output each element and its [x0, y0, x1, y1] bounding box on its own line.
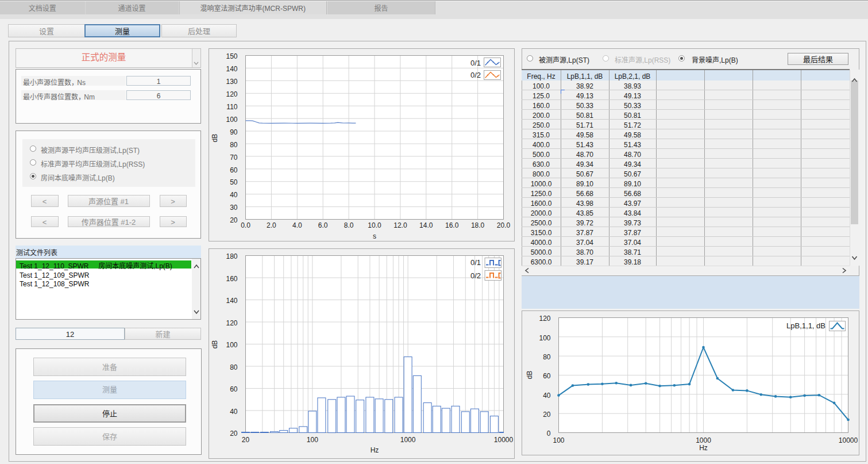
svg-text:dB: dB	[524, 371, 534, 379]
svg-text:70: 70	[230, 152, 238, 162]
svg-text:dB: dB	[209, 134, 219, 143]
svg-text:110: 110	[226, 101, 237, 111]
svg-text:14.0: 14.0	[419, 220, 433, 229]
svg-text:40: 40	[543, 390, 551, 400]
svg-text:0/1: 0/1	[470, 57, 481, 68]
svg-text:140: 140	[226, 63, 237, 73]
svg-text:LpB,1,1, dB: LpB,1,1, dB	[786, 320, 825, 331]
svg-text:0/1: 0/1	[470, 256, 481, 267]
svg-text:120: 120	[539, 313, 550, 323]
svg-text:4.0: 4.0	[292, 220, 302, 229]
svg-text:20: 20	[230, 214, 238, 224]
svg-text:80: 80	[230, 362, 238, 371]
svg-text:6.0: 6.0	[318, 220, 328, 229]
svg-text:8.0: 8.0	[344, 220, 354, 229]
svg-text:2.0: 2.0	[267, 220, 276, 229]
svg-text:40: 40	[230, 406, 238, 416]
svg-text:dB: dB	[209, 340, 219, 349]
svg-text:18.0: 18.0	[471, 220, 485, 229]
svg-text:90: 90	[230, 126, 238, 136]
svg-text:10000: 10000	[494, 434, 514, 444]
svg-text:12.0: 12.0	[394, 220, 407, 229]
svg-text:150: 150	[226, 51, 237, 60]
svg-text:80: 80	[230, 139, 238, 149]
svg-text:20.0: 20.0	[497, 220, 511, 229]
svg-text:50: 50	[230, 177, 238, 186]
svg-text:100: 100	[226, 114, 237, 124]
svg-text:s: s	[373, 231, 376, 240]
svg-text:180: 180	[226, 251, 237, 260]
svg-text:1000: 1000	[400, 434, 416, 444]
svg-text:Hz: Hz	[371, 444, 379, 454]
svg-text:120: 120	[226, 89, 237, 98]
svg-text:100: 100	[307, 434, 318, 444]
svg-text:60: 60	[230, 164, 238, 174]
svg-text:30: 30	[230, 202, 238, 212]
svg-text:120: 120	[226, 317, 237, 327]
svg-text:20: 20	[230, 428, 238, 438]
svg-text:60: 60	[230, 384, 238, 393]
svg-text:100: 100	[539, 332, 550, 342]
svg-text:10.0: 10.0	[368, 220, 381, 229]
svg-text:20: 20	[242, 434, 250, 444]
svg-text:0.0: 0.0	[241, 220, 250, 229]
svg-text:0: 0	[547, 428, 551, 438]
svg-text:Hz: Hz	[699, 442, 708, 452]
svg-text:0/2: 0/2	[470, 270, 481, 281]
svg-text:130: 130	[226, 76, 237, 86]
svg-text:10000: 10000	[839, 435, 858, 444]
svg-text:16.0: 16.0	[445, 220, 459, 229]
svg-text:140: 140	[226, 295, 237, 305]
svg-text:100: 100	[226, 339, 237, 349]
svg-text:100: 100	[553, 435, 564, 444]
svg-text:60: 60	[543, 370, 551, 380]
svg-text:40: 40	[230, 189, 238, 199]
svg-text:160: 160	[226, 273, 237, 283]
svg-text:20: 20	[543, 409, 551, 419]
svg-text:80: 80	[543, 351, 551, 361]
svg-text:0/2: 0/2	[470, 69, 481, 80]
